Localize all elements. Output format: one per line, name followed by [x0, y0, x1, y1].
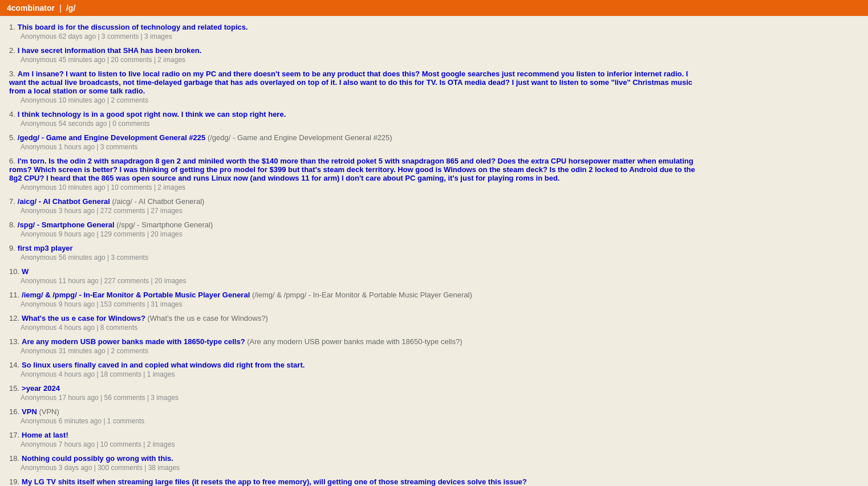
- thread-num: 14.: [9, 361, 19, 369]
- thread-subtitle: (/spg/ - Smartphone General): [116, 220, 213, 229]
- thread-num: 18.: [9, 454, 19, 463]
- thread-num: 11.: [9, 291, 19, 299]
- thread-title-link[interactable]: I'm torn. Is the odin 2 with snapdragon …: [9, 157, 695, 182]
- thread-title-link[interactable]: Are any modern USB power banks made with…: [22, 337, 245, 346]
- thread-title-link[interactable]: Home at last!: [22, 431, 68, 439]
- header-separator: |: [59, 3, 62, 13]
- thread-title-link[interactable]: first mp3 player: [18, 244, 73, 252]
- thread-item: 12.What's the us e case for Windows? (Wh…: [9, 313, 698, 333]
- thread-title-link[interactable]: W: [22, 267, 29, 276]
- thread-title-link[interactable]: I have secret information that SHA has b…: [18, 46, 201, 55]
- thread-meta: Anonymous 6 minutes ago | 1 comments: [21, 417, 698, 425]
- thread-item: 9.first mp3 playerAnonymous 56 minutes a…: [9, 243, 698, 263]
- thread-num: 15.: [9, 384, 19, 393]
- thread-meta: Anonymous 54 seconds ago | 0 comments: [21, 120, 698, 128]
- thread-subtitle: (Are any modern USB power banks made wit…: [247, 337, 462, 346]
- thread-item: 6.I'm torn. Is the odin 2 with snapdrago…: [9, 156, 698, 193]
- thread-title-link[interactable]: /aicg/ - AI Chatbot General: [18, 197, 110, 206]
- thread-item: 14.So linux users finally caved in and c…: [9, 360, 698, 379]
- thread-num: 12.: [9, 314, 19, 322]
- thread-meta: Anonymous 7 hours ago | 10 comments | 2 …: [21, 440, 698, 448]
- thread-subtitle: (VPN): [39, 407, 59, 416]
- thread-num: 4.: [9, 110, 15, 119]
- thread-item: 3.Am I insane? I want to listen to live …: [9, 68, 698, 105]
- thread-list: 1.This board is for the discussion of te…: [9, 22, 698, 486]
- thread-item: 18.Nothing could possibly go wrong with …: [9, 453, 698, 473]
- thread-num: 1.: [9, 23, 15, 31]
- thread-num: 13.: [9, 337, 19, 346]
- thread-num: 17.: [9, 431, 19, 439]
- thread-meta: Anonymous 9 hours ago | 153 comments | 3…: [21, 300, 698, 308]
- thread-num: 9.: [9, 244, 15, 252]
- thread-meta: Anonymous 3 hours ago | 272 comments | 2…: [21, 207, 698, 215]
- thread-subtitle: (What's the us e case for Windows?): [148, 314, 268, 322]
- thread-title-link[interactable]: Am I insane? I want to listen to live lo…: [9, 70, 692, 95]
- thread-num: 8.: [9, 220, 15, 229]
- thread-item: 8./spg/ - Smartphone General (/spg/ - Sm…: [9, 219, 698, 239]
- thread-meta: Anonymous 4 hours ago | 8 comments: [21, 324, 698, 332]
- thread-meta: Anonymous 45 minutes ago | 20 comments |…: [21, 56, 698, 64]
- thread-item: 11./iemg/ & /pmpg/ - In-Ear Monitor & Po…: [9, 289, 698, 309]
- thread-meta: Anonymous 11 hours ago | 227 comments | …: [21, 277, 698, 285]
- thread-num: 19.: [9, 477, 19, 486]
- thread-item: 16.VPN (VPN)Anonymous 6 minutes ago | 1 …: [9, 406, 698, 426]
- thread-item: 15.>year 2024Anonymous 17 hours ago | 56…: [9, 383, 698, 403]
- thread-title-link[interactable]: So linux users finally caved in and copi…: [22, 361, 305, 369]
- thread-title-link[interactable]: Nothing could possibly go wrong with thi…: [22, 454, 173, 463]
- thread-meta: Anonymous 56 minutes ago | 3 comments: [21, 254, 698, 262]
- site-header: 4combinator | /g/: [0, 0, 868, 16]
- thread-num: 7.: [9, 197, 15, 206]
- thread-meta: Anonymous 31 minutes ago | 2 comments: [21, 347, 698, 355]
- thread-meta: Anonymous 4 hours ago | 18 comments | 1 …: [21, 370, 698, 378]
- thread-meta: Anonymous 1 hours ago | 3 comments: [21, 143, 698, 151]
- thread-num: 16.: [9, 407, 19, 416]
- board-name[interactable]: /g/: [66, 3, 75, 13]
- thread-title-link[interactable]: /iemg/ & /pmpg/ - In-Ear Monitor & Porta…: [22, 291, 250, 299]
- thread-title-link[interactable]: /gedg/ - Game and Engine Development Gen…: [18, 133, 205, 142]
- thread-num: 3.: [9, 70, 15, 78]
- thread-meta: Anonymous 17 hours ago | 56 comments | 3…: [21, 394, 698, 402]
- thread-title-link[interactable]: My LG TV shits itself when streaming lar…: [22, 477, 527, 486]
- thread-title-link[interactable]: VPN: [22, 407, 37, 416]
- thread-num: 5.: [9, 133, 15, 142]
- thread-subtitle: (/iemg/ & /pmpg/ - In-Ear Monitor & Port…: [252, 291, 472, 299]
- thread-title-link[interactable]: /spg/ - Smartphone General: [18, 220, 115, 229]
- thread-title-link[interactable]: This board is for the discussion of tech…: [18, 23, 248, 31]
- thread-meta: Anonymous 9 hours ago | 129 comments | 2…: [21, 230, 698, 238]
- thread-meta: Anonymous 62 days ago | 3 comments | 3 i…: [21, 32, 698, 40]
- thread-subtitle: (/gedg/ - Game and Engine Development Ge…: [208, 133, 392, 142]
- thread-num: 2.: [9, 46, 15, 55]
- thread-item: 2.I have secret information that SHA has…: [9, 45, 698, 65]
- thread-num: 10.: [9, 267, 19, 276]
- thread-title-link[interactable]: I think technology is in a good spot rig…: [18, 110, 286, 119]
- main-content: 1.This board is for the discussion of te…: [0, 16, 707, 486]
- thread-meta: Anonymous 3 days ago | 300 comments | 38…: [21, 464, 698, 472]
- thread-meta: Anonymous 10 minutes ago | 2 comments: [21, 96, 698, 104]
- thread-item: 13.Are any modern USB power banks made w…: [9, 336, 698, 356]
- thread-item: 7./aicg/ - AI Chatbot General (/aicg/ - …: [9, 196, 698, 216]
- thread-title-link[interactable]: What's the us e case for Windows?: [22, 314, 145, 322]
- thread-item: 19.My LG TV shits itself when streaming …: [9, 476, 698, 486]
- thread-item: 17.Home at last!Anonymous 7 hours ago | …: [9, 430, 698, 450]
- thread-meta: Anonymous 10 minutes ago | 10 comments |…: [21, 183, 698, 191]
- thread-item: 5./gedg/ - Game and Engine Development G…: [9, 132, 698, 152]
- thread-num: 6.: [9, 157, 15, 165]
- thread-item: 1.This board is for the discussion of te…: [9, 22, 698, 42]
- thread-title-link[interactable]: >year 2024: [22, 384, 60, 393]
- thread-item: 4.I think technology is in a good spot r…: [9, 109, 698, 129]
- thread-subtitle: (/aicg/ - AI Chatbot General): [112, 197, 205, 206]
- thread-item: 10.WAnonymous 11 hours ago | 227 comment…: [9, 266, 698, 286]
- site-name[interactable]: 4combinator: [7, 3, 55, 13]
